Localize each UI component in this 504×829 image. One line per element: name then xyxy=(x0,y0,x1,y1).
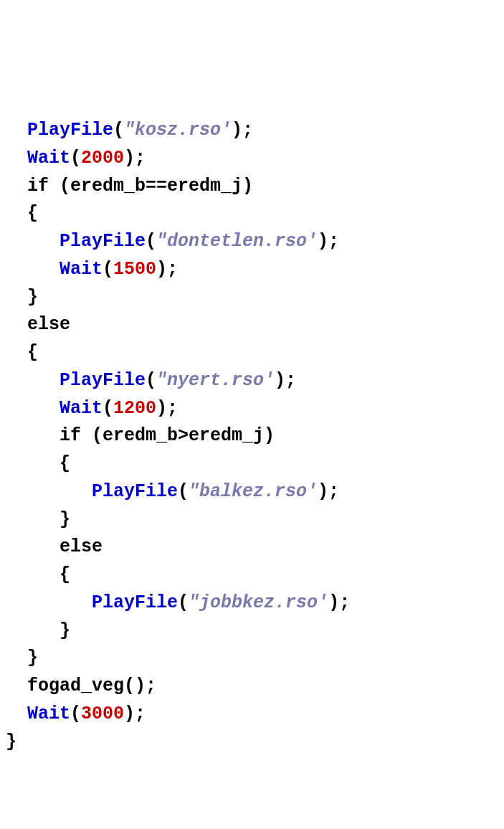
code-token: } xyxy=(60,509,70,530)
code-token: ); xyxy=(156,259,178,280)
code-block: PlayFile("kosz.rso'); Wait(2000); if (er… xyxy=(6,117,498,756)
code-line: fogad_veg(); xyxy=(6,673,498,701)
code-line: } xyxy=(6,617,498,645)
code-line: } xyxy=(6,506,498,534)
code-token: Wait xyxy=(60,259,103,280)
code-token: ); xyxy=(328,592,350,613)
code-token: 1200 xyxy=(113,398,156,419)
code-token: PlayFile xyxy=(27,120,113,141)
code-line: else xyxy=(6,534,498,562)
code-line: } xyxy=(6,284,498,312)
code-token: } xyxy=(60,620,70,641)
code-line: PlayFile("dontetlen.rso'); xyxy=(6,228,498,256)
code-token: PlayFile xyxy=(92,481,178,502)
code-line: } xyxy=(6,645,498,673)
code-token: } xyxy=(27,648,38,668)
code-token: ( xyxy=(103,398,113,419)
code-line: PlayFile("nyert.rso'); xyxy=(6,367,498,395)
code-token: ); xyxy=(124,704,146,724)
code-line: Wait(2000); xyxy=(6,145,498,173)
code-token: { xyxy=(60,564,70,585)
code-token: ( xyxy=(70,704,81,724)
code-token: "kosz.rso' xyxy=(124,120,232,141)
code-token: ); xyxy=(318,231,339,252)
code-token: (eredm_b>eredm_j) xyxy=(81,425,275,446)
code-token: (eredm_b==eredm_j) xyxy=(49,176,253,196)
code-token: Wait xyxy=(60,398,103,419)
code-token: if xyxy=(60,425,81,446)
code-line: { xyxy=(6,339,498,367)
code-token: ( xyxy=(113,120,124,141)
code-line: PlayFile("balkez.rso'); xyxy=(6,478,498,506)
code-token: "nyert.rso' xyxy=(156,370,275,391)
code-line: Wait(3000); xyxy=(6,701,498,729)
code-line: { xyxy=(6,450,498,478)
code-token: ( xyxy=(146,370,156,391)
code-line: if (eredm_b>eredm_j) xyxy=(6,422,498,450)
code-line: { xyxy=(6,200,498,228)
code-token: ); xyxy=(124,148,146,169)
code-line: } xyxy=(6,729,498,757)
code-token: ( xyxy=(146,231,156,252)
code-token: ( xyxy=(178,592,189,613)
code-token: 1500 xyxy=(113,259,156,280)
code-token: fogad_veg(); xyxy=(27,676,156,696)
code-line: else xyxy=(6,311,498,339)
code-token: PlayFile xyxy=(92,592,178,613)
code-token: "dontetlen.rso' xyxy=(156,231,318,252)
code-token: ( xyxy=(103,259,113,280)
code-token: else xyxy=(60,536,103,557)
code-line: if (eredm_b==eredm_j) xyxy=(6,173,498,201)
code-token: PlayFile xyxy=(60,231,146,252)
code-line: { xyxy=(6,562,498,589)
code-token: ( xyxy=(70,148,81,169)
code-token: { xyxy=(27,203,38,224)
code-line: Wait(1200); xyxy=(6,395,498,423)
code-token: else xyxy=(27,314,70,335)
code-token: Wait xyxy=(27,704,70,724)
code-line: Wait(1500); xyxy=(6,256,498,284)
code-line: PlayFile("kosz.rso'); xyxy=(6,117,498,145)
code-token: 3000 xyxy=(81,704,124,724)
code-token: { xyxy=(27,342,38,363)
code-token: Wait xyxy=(27,148,70,169)
code-token: ); xyxy=(156,398,178,419)
code-token: PlayFile xyxy=(60,370,146,391)
code-line: PlayFile("jobbkez.rso'); xyxy=(6,589,498,617)
code-token: "jobbkez.rso' xyxy=(189,592,328,613)
code-token: { xyxy=(60,453,70,474)
code-token: } xyxy=(6,731,16,752)
code-token: ( xyxy=(178,481,189,502)
code-token: "balkez.rso' xyxy=(189,481,318,502)
code-token: } xyxy=(27,287,38,308)
code-token: 2000 xyxy=(81,148,124,169)
code-token: ); xyxy=(232,120,253,141)
code-token: ); xyxy=(318,481,339,502)
code-token: ); xyxy=(275,370,296,391)
code-token: if xyxy=(27,176,49,196)
